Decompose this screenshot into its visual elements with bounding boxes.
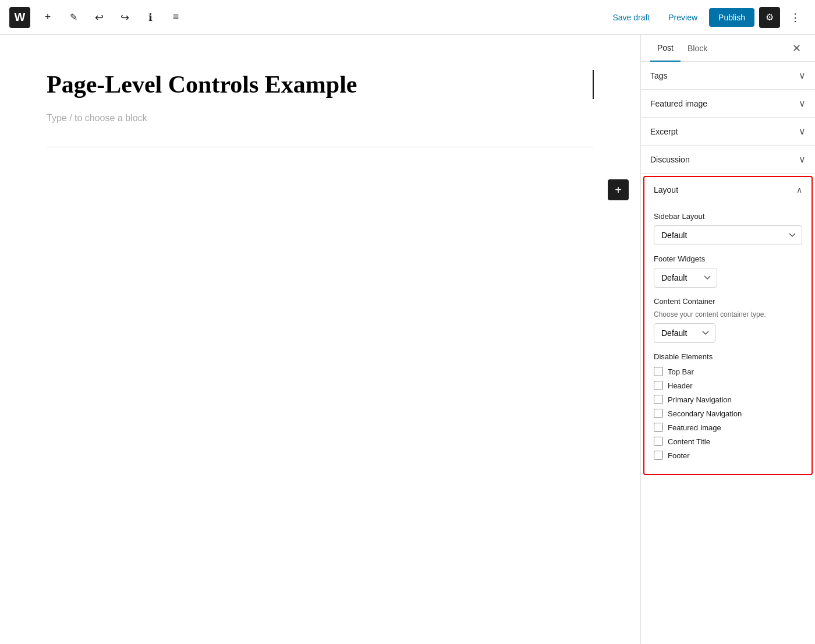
more-icon: ⋮ [790,11,800,24]
tab-block[interactable]: Block [681,35,714,61]
disable-content-title-checkbox[interactable] [654,437,663,446]
disable-primary-nav-checkbox[interactable] [654,395,663,404]
chevron-down-icon-4: ∨ [799,154,806,165]
accordion-tags: Tags ∨ [641,62,815,90]
content-container-label: Content Container [654,297,802,306]
disable-featured-image-row: Featured Image [654,423,802,432]
editor-divider [47,147,594,147]
layout-body: Sidebar Layout Default Left Sidebar Righ… [644,212,812,474]
chevron-up-icon: ∧ [796,185,802,194]
redo-button[interactable]: ↪ [114,7,135,28]
disable-topbar-row: Top Bar [654,367,802,376]
disable-featured-image-label: Featured Image [668,423,721,432]
redo-icon: ↪ [121,11,129,24]
layout-label: Layout [654,185,678,194]
accordion-featured-image-label: Featured image [650,99,707,108]
accordion-discussion-header[interactable]: Discussion ∨ [641,146,815,173]
sidebar-layout-label: Sidebar Layout [654,212,802,221]
disable-footer-row: Footer [654,451,802,460]
inline-add-block-button[interactable]: + [608,179,629,200]
tab-post[interactable]: Post [650,35,681,62]
disable-secondary-nav-checkbox[interactable] [654,409,663,418]
settings-button[interactable]: ⚙ [759,7,780,28]
accordion-excerpt-label: Excerpt [650,127,678,136]
disable-content-title-row: Content Title [654,437,802,446]
sidebar: Post Block ✕ Tags ∨ Featured image ∨ Exc… [640,35,815,644]
layout-header: Layout ∧ [644,177,812,203]
layout-section: Layout ∧ Sidebar Layout Default Left Sid… [643,176,813,475]
sidebar-tabs: Post Block ✕ [641,35,815,62]
list-view-button[interactable]: ≡ [165,7,186,28]
add-icon: + [45,11,51,23]
disable-header-row: Header [654,381,802,390]
accordion-discussion-label: Discussion [650,155,690,164]
content-container-desc: Choose your content container type. [654,310,802,319]
info-button[interactable]: ℹ [140,7,161,28]
footer-widgets-select[interactable]: Default 1 Column 2 Columns 3 Columns 4 C… [654,268,717,288]
main-container: Page-Level Controls Example Type / to ch… [0,35,815,644]
disable-secondary-nav-label: Secondary Navigation [668,409,742,418]
footer-widgets-label: Footer Widgets [654,254,802,263]
save-draft-button[interactable]: Save draft [605,8,657,27]
post-title[interactable]: Page-Level Controls Example [47,70,594,99]
settings-icon: ⚙ [766,12,774,23]
disable-footer-checkbox[interactable] [654,451,663,460]
info-icon: ℹ [148,11,153,24]
disable-footer-label: Footer [668,451,690,460]
disable-secondary-nav-row: Secondary Navigation [654,409,802,418]
disable-elements-label: Disable Elements [654,352,802,361]
list-icon: ≡ [173,11,179,23]
accordion-tags-label: Tags [650,71,668,80]
inline-add-icon: + [615,183,622,197]
chevron-down-icon-3: ∨ [799,126,806,137]
disable-topbar-checkbox[interactable] [654,367,663,376]
accordion-featured-image: Featured image ∨ [641,90,815,118]
chevron-down-icon-2: ∨ [799,98,806,109]
wp-logo-icon[interactable]: W [9,7,30,28]
toolbar-right: Save draft Preview Publish ⚙ ⋮ [605,7,806,28]
edit-button[interactable]: ✎ [63,7,84,28]
accordion-excerpt-header[interactable]: Excerpt ∨ [641,118,815,145]
sidebar-layout-select[interactable]: Default Left Sidebar Right Sidebar No Si… [654,225,802,245]
publish-button[interactable]: Publish [709,8,754,27]
disable-primary-nav-label: Primary Navigation [668,395,732,404]
more-options-button[interactable]: ⋮ [785,7,806,28]
disable-featured-image-checkbox[interactable] [654,423,663,432]
block-placeholder[interactable]: Type / to choose a block [47,113,594,123]
preview-button[interactable]: Preview [661,8,704,27]
add-block-button[interactable]: + [37,7,58,28]
accordion-discussion: Discussion ∨ [641,146,815,174]
disable-primary-nav-row: Primary Navigation [654,395,802,404]
disable-header-checkbox[interactable] [654,381,663,390]
content-container-select[interactable]: Default Full Width Contained [654,323,715,343]
chevron-down-icon: ∨ [799,70,806,81]
undo-button[interactable]: ↩ [88,7,109,28]
undo-icon: ↩ [95,11,104,24]
accordion-featured-image-header[interactable]: Featured image ∨ [641,90,815,117]
disable-header-label: Header [668,381,693,390]
sidebar-close-button[interactable]: ✕ [788,35,806,61]
editor-area: Page-Level Controls Example Type / to ch… [0,35,640,644]
accordion-excerpt: Excerpt ∨ [641,118,815,146]
accordion-tags-header[interactable]: Tags ∨ [641,62,815,89]
toolbar: W + ✎ ↩ ↪ ℹ ≡ Save draft Preview Publish… [0,0,815,35]
edit-icon: ✎ [70,12,77,23]
disable-content-title-label: Content Title [668,437,710,446]
disable-topbar-label: Top Bar [668,367,694,376]
